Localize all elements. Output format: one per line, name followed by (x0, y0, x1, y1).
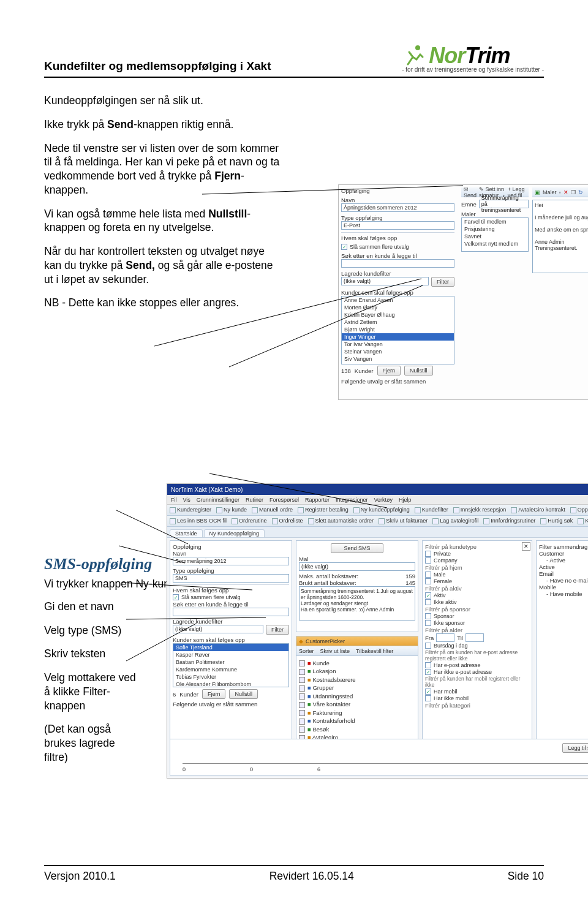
delete-icon[interactable]: ✕ (564, 189, 568, 195)
field-type-2[interactable]: SMS (173, 574, 289, 583)
sms-step-5: (Det kan også brukes lagrede filtre) (44, 722, 136, 764)
picker-toolbar[interactable]: SorterSkriv ut listeTilbakestill filter (296, 646, 418, 656)
field-type[interactable]: E-Post (341, 221, 454, 230)
footer-page: Side 10 (508, 870, 544, 883)
filter-button-2[interactable]: Filter (266, 625, 289, 635)
slatt-sammen: Følgende utvalg er slått sammen (341, 378, 454, 385)
field-sok-2[interactable] (173, 608, 289, 616)
chk-sla-sammen[interactable]: ✓Slå sammen flere utvalg (341, 244, 454, 250)
toolbar-2[interactable]: Les inn BBS OCR filOrdrerutineOrdreliste… (167, 516, 588, 527)
sms-step-4: Velg mottakere ved å klikke Filter-knapp… (44, 671, 136, 712)
field-navn-2[interactable]: Sommeråpning 2012 (173, 557, 289, 565)
label-navn: Navn (341, 197, 454, 203)
copy-icon[interactable]: ❐ (571, 189, 576, 195)
para-3: Nede til venstre ser vi listen over de s… (44, 142, 283, 197)
email-body[interactable]: Hei I månedene juli og august i år vi Me… (532, 200, 588, 273)
label-type: Type oppfølging (341, 214, 454, 221)
legg-signatur[interactable]: Legg til signatur (562, 743, 588, 753)
field-lagrede-2[interactable]: (Ikke valgt) (173, 625, 263, 633)
label-sok: Søk etter en kunde å legge til (341, 252, 454, 259)
panel-filter: ✕ Filtrér på kundetype Private Company F… (422, 540, 532, 742)
filter-button[interactable]: Filter (431, 277, 454, 287)
list-kunder-2[interactable]: Sofie TjerslandKasper RøverBastian Polit… (173, 643, 289, 687)
label-hvem: Hvem skal følges opp (341, 235, 454, 241)
panel-sms: Send SMS Mal (Ikke valgt) Maks. antall b… (296, 540, 418, 632)
maler-head: ▣Maler ▫ ✕ ❐ ↻ (532, 187, 588, 197)
tabstrip[interactable]: StartsideNy Kundeoppfølging (167, 527, 588, 538)
field-emne[interactable]: Sommeråpning på treningssenteret (479, 200, 529, 208)
footer-version: Versjon 2010.1 (44, 870, 116, 883)
chk-har-ikke-epost[interactable]: ✓Har ikke e-post adresse (425, 669, 529, 675)
chk-aktiv[interactable]: ✓Aktiv (425, 592, 529, 598)
label-oppfolging: Oppfølging (341, 187, 454, 194)
send-button[interactable]: ✉ Send (464, 186, 477, 198)
panel-picker: ◆ CustomerPicker SorterSkriv ut listeTil… (296, 636, 418, 742)
field-lagrede[interactable]: (Ikke valgt) (341, 277, 429, 285)
toolbar-1[interactable]: KunderegisterNy kundeManuell ordreRegist… (167, 505, 588, 516)
para-4: Vi kan også tømme hele lista med Nullsti… (44, 207, 283, 235)
field-mal[interactable]: (Ikke valgt) (299, 562, 415, 571)
footer-revised: Revidert 16.05.14 (270, 870, 354, 883)
field-navn[interactable]: Åpningstiden sommeren 2012 (341, 203, 454, 212)
fjern-button-2[interactable]: Fjern (202, 689, 226, 699)
new-icon[interactable]: ▫ (559, 189, 561, 195)
jogger-icon (402, 43, 426, 68)
para-6: NB - Dette kan ikke stoppes eller angres… (44, 296, 283, 310)
picker-list[interactable]: ■ Kunde■ Lokasjon■ Kostnadsbærere■ Grupp… (296, 656, 418, 745)
label-lagrede: Lagrede kundefilter (341, 270, 454, 277)
close-button[interactable]: ✕ (522, 542, 530, 551)
screenshot-epost-oppfolging: Oppfølging Navn Åpningstiden sommeren 20… (338, 184, 588, 400)
maler-list[interactable]: Farvel til medlemPrisjusteringSavnetVelk… (461, 217, 529, 252)
doc-title: Kundefilter og medlemsoppfølging i Xakt (44, 59, 271, 73)
picker-icon: ◆ (299, 638, 303, 644)
panel-summary: Filter sammendrag Customer- ActiveActive… (536, 540, 588, 742)
nullstill-button[interactable]: Nullstill (404, 366, 433, 375)
count: 138 (341, 368, 351, 374)
list-kunder[interactable]: Anne Ensrud AasenMorten ØstbyKristin Bay… (341, 296, 454, 364)
window-titlebar: NorTrim Xakt (Xakt Demo) (167, 484, 588, 495)
fjern-button[interactable]: Fjern (377, 366, 401, 375)
label-kunder: Kunder som skal følges opp (341, 289, 454, 296)
chk-sla-2[interactable]: ✓Slå sammen flere utvalg (173, 594, 289, 600)
screenshot-sms-oppfolging: NorTrim Xakt (Xakt Demo) FilVisGrunninns… (167, 483, 588, 779)
page-footer: Versjon 2010.1 Revidert 16.05.14 Side 10 (44, 865, 544, 883)
para-5: Når du har kontrollert teksten og utvalg… (44, 244, 283, 286)
menubar[interactable]: FilVisGrunninnstillingerRutinerForespørs… (167, 495, 588, 505)
para-1: Kundeoppfølgingen ser nå slik ut. (44, 94, 283, 108)
page-header: Kundefilter og medlemsoppfølging i Xakt … (44, 43, 544, 78)
sms-step-1: Gi den et navn (44, 600, 136, 614)
panel-oppfolging: Oppfølging Navn Sommeråpning 2012 Type o… (170, 540, 292, 742)
sms-step-3: Skriv teksten (44, 647, 136, 661)
para-2: Ikke trykk på Send-knappen riktig ennå. (44, 118, 283, 132)
chk-har-mobil[interactable]: ✓Har mobil (425, 689, 529, 695)
label-emne: Emne (461, 201, 477, 208)
count-label: Kunder (355, 368, 374, 374)
field-sok[interactable] (341, 259, 454, 268)
nullstill-button-2[interactable]: Nullstill (229, 689, 258, 699)
brand-name: NorTrim (429, 43, 510, 69)
sms-step-2: Velg type (SMS) (44, 624, 136, 638)
brand-block: NorTrim - for drift av treningssentere o… (402, 43, 544, 73)
axis-bar: 0 0 6 Legg til signatur (170, 739, 588, 775)
sms-body[interactable]: Sommeråpning treningssenteret 1.Juli og … (299, 586, 415, 621)
svg-point-0 (415, 45, 420, 50)
send-sms-button[interactable]: Send SMS (331, 543, 383, 553)
refresh-icon[interactable]: ↻ (578, 189, 583, 195)
